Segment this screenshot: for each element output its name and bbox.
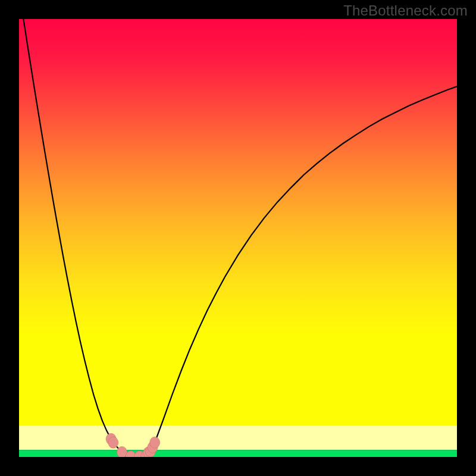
chart-plot — [19, 19, 457, 457]
data-marker — [108, 437, 118, 448]
watermark-text: TheBottleneck.com — [343, 2, 468, 19]
svg-rect-0 — [19, 19, 457, 425]
data-marker — [117, 446, 127, 457]
chart-frame: TheBottleneck.com — [0, 0, 476, 476]
data-marker — [150, 437, 160, 448]
svg-rect-1 — [19, 425, 457, 450]
svg-rect-2 — [19, 450, 457, 457]
